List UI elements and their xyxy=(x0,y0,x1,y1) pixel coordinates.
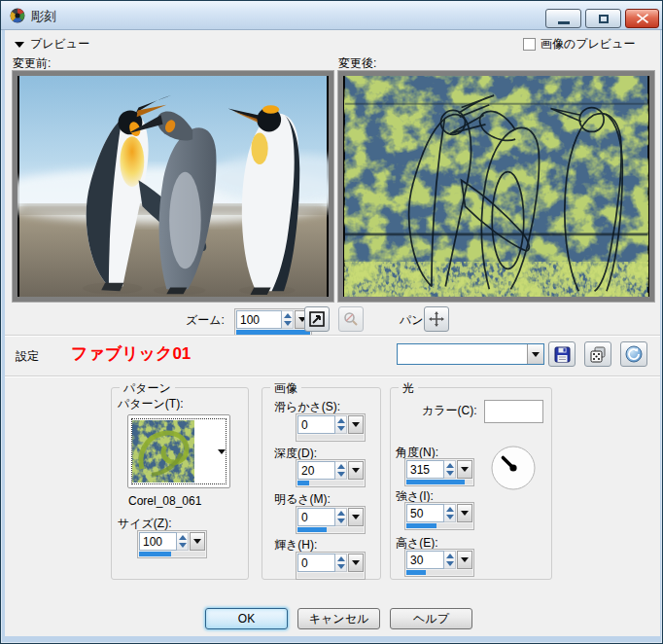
brightness-slider-button[interactable] xyxy=(348,508,364,526)
after-image xyxy=(343,76,649,297)
pan-cross-icon xyxy=(429,311,444,327)
dice-icon xyxy=(589,345,607,363)
elevation-slider-button[interactable] xyxy=(457,551,472,569)
elevation-up-down[interactable] xyxy=(444,551,457,569)
pattern-group-title: パターン xyxy=(120,380,175,397)
minimize-button[interactable] xyxy=(545,9,581,28)
zoom-up-down[interactable] xyxy=(282,310,295,329)
elevation-progress-track xyxy=(406,570,472,575)
preset-combobox[interactable] xyxy=(397,343,544,365)
preview-expander-label: プレビュー xyxy=(30,36,89,53)
fit-to-window-icon xyxy=(309,311,325,327)
smoothness-up-down[interactable] xyxy=(335,415,348,434)
fit-to-window-button[interactable] xyxy=(304,306,330,332)
before-preview-pane[interactable] xyxy=(13,71,333,302)
size-progress-track xyxy=(139,552,205,556)
help-button[interactable]: ヘルプ xyxy=(390,608,472,629)
size-progress-fill xyxy=(139,552,171,556)
save-floppy-icon xyxy=(554,346,571,363)
ok-button[interactable]: OK xyxy=(205,608,288,629)
window-title: 彫刻 xyxy=(31,8,56,25)
angle-up-down[interactable] xyxy=(444,460,457,479)
elevation-label: 高さ(E): xyxy=(396,536,438,550)
navigate-button[interactable] xyxy=(338,306,364,332)
pattern-thumbnail-image xyxy=(132,419,194,483)
shininess-spinner: 0 xyxy=(296,552,366,580)
preview-expander[interactable]: プレビュー xyxy=(15,36,89,53)
intensity-spinner: 50 xyxy=(404,502,474,530)
smoothness-slider-button[interactable] xyxy=(348,415,364,434)
after-preview-pane[interactable] xyxy=(338,71,654,302)
before-label: 変更前: xyxy=(13,56,51,70)
brightness-progress-track xyxy=(297,527,364,532)
close-icon xyxy=(637,14,648,23)
dropdown-arrow-icon xyxy=(193,539,201,544)
image-preview-checkbox-row: 画像のプレビュー xyxy=(523,36,635,53)
reset-button[interactable] xyxy=(620,341,647,367)
dropdown-arrow-icon xyxy=(461,511,469,516)
light-group-title: 光 xyxy=(399,380,418,397)
angle-label: 角度(N): xyxy=(396,446,438,459)
smoothness-label: 滑らかさ(S): xyxy=(274,400,340,413)
shininess-progress-track xyxy=(297,573,364,578)
depth-slider-button[interactable] xyxy=(348,461,364,480)
light-color-swatch[interactable] xyxy=(484,400,543,423)
dropdown-arrow-icon xyxy=(352,560,360,565)
elevation-spinner: 30 xyxy=(404,549,474,577)
before-image xyxy=(17,76,329,297)
angle-progress-fill xyxy=(406,480,465,484)
pattern-dropdown-arrow-icon xyxy=(218,449,226,454)
randomize-button[interactable] xyxy=(584,341,611,367)
pattern-picker-button[interactable] xyxy=(127,414,230,488)
pan-label: パン: xyxy=(400,313,427,327)
shininess-up-down[interactable] xyxy=(335,554,348,572)
cancel-button[interactable]: キャンセル xyxy=(297,608,380,629)
preset-name: ファブリック01 xyxy=(71,342,191,365)
angle-input[interactable]: 315 xyxy=(406,460,444,479)
size-input[interactable]: 100 xyxy=(139,532,177,551)
title-bar[interactable]: 彫刻 xyxy=(1,1,662,30)
pattern-label: パターン(T): xyxy=(118,397,184,411)
shininess-input[interactable]: 0 xyxy=(297,554,335,572)
app-lens-icon xyxy=(10,8,25,23)
size-label: サイズ(Z): xyxy=(118,517,172,530)
dropdown-arrow-icon xyxy=(461,557,469,562)
shininess-slider-button[interactable] xyxy=(348,554,364,572)
size-up-down[interactable] xyxy=(177,532,190,551)
image-preview-checkbox[interactable] xyxy=(523,38,536,51)
depth-label: 深度(D): xyxy=(274,447,317,460)
smoothness-progress-track xyxy=(297,435,364,440)
angle-progress-track xyxy=(406,480,472,484)
intensity-input[interactable]: 50 xyxy=(406,504,444,522)
brightness-spinner: 0 xyxy=(296,506,366,534)
elevation-input[interactable]: 30 xyxy=(406,551,444,569)
zoom-spinner: 100 xyxy=(234,308,312,337)
zoom-input[interactable]: 100 xyxy=(236,310,282,329)
angle-spinner: 315 xyxy=(404,458,474,486)
magnifier-icon xyxy=(343,311,359,327)
save-preset-button[interactable] xyxy=(548,341,576,367)
size-slider-button[interactable] xyxy=(190,532,205,551)
brightness-up-down[interactable] xyxy=(335,508,348,526)
brightness-input[interactable]: 0 xyxy=(297,508,335,526)
angle-dial[interactable] xyxy=(491,446,536,490)
elevation-progress-fill xyxy=(406,570,426,575)
intensity-up-down[interactable] xyxy=(444,504,457,522)
intensity-progress-fill xyxy=(406,523,436,528)
pattern-name: Corel_08_061 xyxy=(128,494,201,508)
pan-button[interactable] xyxy=(424,306,449,332)
angle-slider-button[interactable] xyxy=(457,460,472,479)
smoothness-input[interactable]: 0 xyxy=(297,415,335,434)
depth-progress-track xyxy=(297,481,364,485)
intensity-slider-button[interactable] xyxy=(457,504,472,522)
depth-up-down[interactable] xyxy=(335,461,348,480)
brightness-label: 明るさ(M): xyxy=(274,492,331,506)
separator xyxy=(5,335,660,337)
depth-spinner: 20 xyxy=(296,459,366,487)
dialog-client-area: プレビュー 画像のプレビュー 変更前: 変更後: xyxy=(5,30,660,636)
maximize-button[interactable] xyxy=(585,9,621,28)
close-button[interactable] xyxy=(625,9,659,28)
depth-input[interactable]: 20 xyxy=(297,461,335,480)
intensity-progress-track xyxy=(406,523,472,528)
preset-combobox-dropdown[interactable] xyxy=(527,344,543,364)
